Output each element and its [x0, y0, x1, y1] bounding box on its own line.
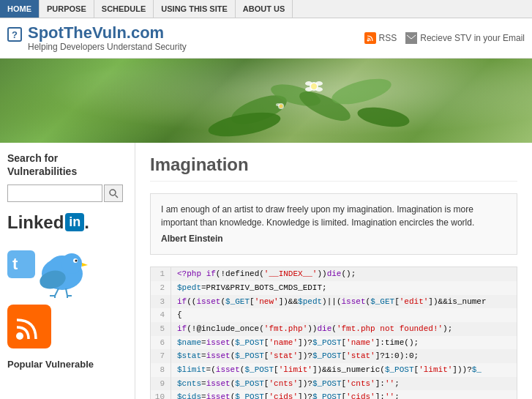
line-code: $stat=isset($_POST['stat'])?$_POST['stat…: [171, 349, 419, 363]
email-icon: [405, 32, 417, 44]
code-line: 1<?php if(!defined('__INDEX__'))die();: [151, 267, 517, 281]
svg-point-16: [279, 105, 282, 108]
line-number: 7: [151, 349, 171, 363]
twitter-widget[interactable]: t: [7, 243, 127, 294]
line-number: 4: [151, 308, 171, 322]
page-title: Imagination: [150, 154, 517, 182]
quote-author: Albert Einstein: [161, 232, 506, 245]
line-code: {: [171, 308, 182, 322]
code-line: 5 if(!@include_once('fmt.php'))die('fmt.…: [151, 322, 517, 336]
search-icon: [108, 188, 119, 198]
svg-point-26: [75, 259, 78, 261]
search-form: [7, 184, 127, 202]
svg-rect-1: [407, 34, 416, 42]
rss-icon: [364, 32, 376, 44]
line-code: <?php if(!defined('__INDEX__'))die();: [171, 267, 356, 281]
nav-purpose[interactable]: PURPOSE: [40, 0, 94, 18]
svg-point-34: [16, 332, 23, 340]
nav-about-us[interactable]: ABOUT US: [236, 0, 293, 18]
svg-line-18: [116, 195, 119, 198]
navigation-bar: HOME PURPOSE SCHEDULE USING THIS SITE AB…: [0, 0, 532, 18]
code-line: 8 $limit=(isset($_POST['limit'])&&is_num…: [151, 363, 517, 377]
svg-point-17: [110, 190, 116, 195]
site-title: SpotTheVuln.com: [28, 24, 187, 42]
header-left: ? SpotTheVuln.com Helping Developers Und…: [7, 24, 187, 52]
code-line: 10 $cids=isset($_POST['cids'])?$_POST['c…: [151, 390, 517, 399]
linkedin-dot: .: [84, 212, 89, 233]
line-code: $name=isset($_POST['name'])?$_POST['name…: [171, 336, 419, 350]
sidebar-bottom-title: Popular Vulnerable: [7, 359, 127, 370]
help-icon[interactable]: ?: [7, 27, 22, 42]
line-code: $limit=(isset($_POST['limit'])&&is_numer…: [171, 363, 482, 377]
rss-label: RSS: [379, 33, 397, 43]
svg-line-28: [55, 288, 59, 296]
rss-widget[interactable]: [7, 305, 127, 348]
svg-point-13: [311, 83, 317, 89]
svg-point-7: [356, 104, 411, 130]
line-code: $cids=isset($_POST['cids'])?$_POST['cids…: [171, 390, 400, 399]
banner-image: [0, 59, 532, 143]
svg-text:t: t: [12, 255, 18, 273]
line-number: 5: [151, 322, 171, 336]
quote-block: I am enough of an artist to draw freely …: [150, 193, 517, 255]
rss-big-icon: [7, 305, 51, 348]
line-code: $cnts=isset($_POST['cnts'])?$_POST['cnts…: [171, 377, 400, 391]
code-block: 1<?php if(!defined('__INDEX__'))die();2$…: [150, 266, 517, 399]
search-section-title: Search for Vulnerabilities: [7, 152, 127, 178]
line-code: $pedt=PRIV&PRIV_BOTS_CMDS_EDIT;: [171, 281, 327, 295]
site-header: ? SpotTheVuln.com Helping Developers Und…: [0, 18, 532, 59]
code-line: 6 $name=isset($_POST['name'])?$_POST['na…: [151, 336, 517, 350]
rss-feed-icon: [14, 311, 45, 342]
nav-schedule[interactable]: SCHEDULE: [94, 0, 154, 18]
site-branding: SpotTheVuln.com Helping Developers Under…: [28, 24, 187, 52]
svg-line-31: [66, 288, 67, 296]
linkedin-widget[interactable]: Linked in .: [7, 212, 127, 233]
svg-point-24: [61, 253, 82, 274]
line-code: if(!@include_once('fmt.php'))die('fmt.ph…: [171, 322, 452, 336]
code-line: 4{: [151, 308, 517, 322]
nav-using-this-site[interactable]: USING THIS SITE: [154, 0, 235, 18]
line-number: 3: [151, 295, 171, 309]
quote-text: I am enough of an artist to draw freely …: [161, 204, 474, 228]
code-line: 9 $cnts=isset($_POST['cnts'])?$_POST['cn…: [151, 377, 517, 391]
twitter-bird-icon: t: [7, 243, 88, 298]
site-tagline: Helping Developers Understand Security: [28, 42, 187, 52]
header-right: RSS Recieve STV in your Email: [364, 32, 525, 44]
search-button[interactable]: [104, 184, 123, 202]
code-line: 2$pedt=PRIV&PRIV_BOTS_CMDS_EDIT;: [151, 281, 517, 295]
sidebar: Search for Vulnerabilities Linked in . t: [0, 143, 135, 399]
email-label: Recieve STV in your Email: [420, 33, 525, 43]
rss-link[interactable]: RSS: [364, 32, 397, 44]
line-number: 10: [151, 390, 171, 399]
line-code: if((isset($_GET['new'])&&$pedt)||(isset(…: [171, 295, 487, 309]
linkedin-badge: in: [65, 213, 84, 231]
email-link[interactable]: Recieve STV in your Email: [405, 32, 525, 44]
search-input[interactable]: [7, 184, 102, 202]
line-number: 9: [151, 377, 171, 391]
svg-rect-19: [7, 250, 35, 278]
code-line: 7 $stat=isset($_POST['stat'])?$_POST['st…: [151, 349, 517, 363]
line-number: 6: [151, 336, 171, 350]
code-line: 3if((isset($_GET['new'])&&$pedt)||(isset…: [151, 295, 517, 309]
line-number: 1: [151, 267, 171, 281]
line-number: 8: [151, 363, 171, 377]
svg-point-0: [367, 40, 369, 42]
line-number: 2: [151, 281, 171, 295]
svg-marker-27: [82, 263, 88, 266]
linkedin-text: Linked: [7, 212, 64, 233]
nav-home[interactable]: HOME: [0, 0, 40, 18]
main-layout: Search for Vulnerabilities Linked in . t: [0, 143, 532, 399]
main-content: Imagination I am enough of an artist to …: [135, 143, 532, 399]
banner-decoration: [201, 66, 420, 143]
